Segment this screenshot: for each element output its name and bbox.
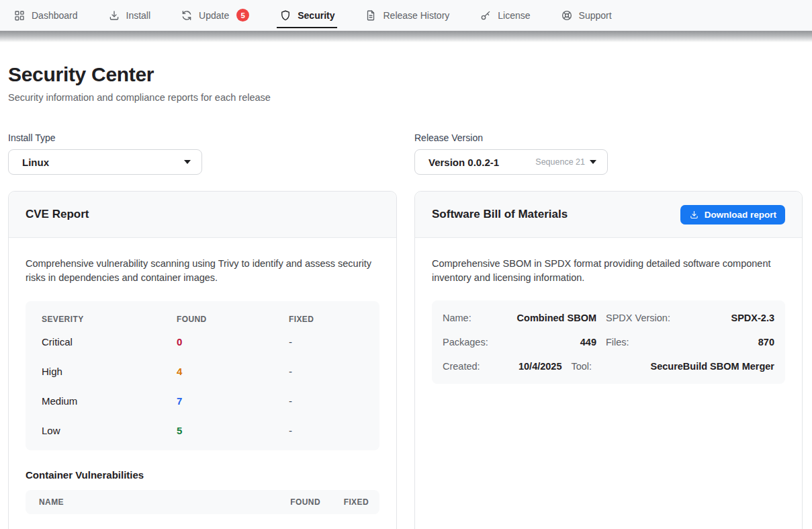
key-icon xyxy=(480,9,492,22)
install-type-filter: Install Type Linux xyxy=(8,132,397,175)
found-count: 0 xyxy=(177,336,289,348)
refresh-icon xyxy=(181,9,193,22)
lifebuoy-icon xyxy=(561,9,573,22)
release-sequence-label: Sequence 21 xyxy=(535,157,585,167)
sbom-detail-value: 870 xyxy=(685,337,774,348)
sbom-card-body: Comprehensive SBOM in SPDX format provid… xyxy=(415,238,802,384)
sbom-detail-value: 449 xyxy=(507,337,596,348)
release-version-filter: Release Version Version 0.0.2-1 Sequence… xyxy=(414,132,608,175)
sbom-details-table: Name: Combined SBOM SPDX Version: SPDX-2… xyxy=(432,300,785,384)
table-row-medium: Medium 7 - xyxy=(42,386,363,415)
found-count: 4 xyxy=(177,366,289,377)
fixed-column-header: Fixed xyxy=(289,315,363,324)
fixed-count: - xyxy=(289,366,363,377)
nav-tab-support[interactable]: Support xyxy=(558,0,615,30)
nav-tab-security[interactable]: Security xyxy=(277,0,337,30)
install-type-select[interactable]: Linux xyxy=(8,149,202,175)
found-count: 7 xyxy=(177,395,289,407)
security-center-page: Security Center Security information and… xyxy=(0,63,812,529)
top-navigation: Dashboard Install Update 5 Security Rele… xyxy=(0,0,812,31)
nav-label: Update xyxy=(199,10,229,21)
fixed-count: - xyxy=(289,425,363,436)
download-icon xyxy=(689,210,699,220)
nav-tab-dashboard[interactable]: Dashboard xyxy=(11,0,81,30)
sbom-detail-label: Created: xyxy=(443,361,498,372)
download-report-button[interactable]: Download report xyxy=(680,205,785,225)
nav-tab-update[interactable]: Update 5 xyxy=(178,0,252,30)
sbom-detail-value: Combined SBOM xyxy=(507,313,596,323)
severity-column-header: Severity xyxy=(42,315,177,324)
page-subtitle: Security information and compliance repo… xyxy=(8,92,803,103)
table-row-critical: Critical 0 - xyxy=(42,327,363,356)
sbom-card: Software Bill of Materials Download repo… xyxy=(414,191,803,529)
sbom-detail-value: SPDX-2.3 xyxy=(685,313,774,323)
sbom-description: Comprehensive SBOM in SPDX format provid… xyxy=(432,257,778,285)
nav-tab-release-history[interactable]: Release History xyxy=(362,0,452,30)
page-title: Security Center xyxy=(8,63,803,86)
sbom-detail-value: SecureBuild SBOM Merger xyxy=(650,361,774,372)
cve-card-body: Comprehensive vulnerability scanning usi… xyxy=(9,238,396,514)
nav-label: Release History xyxy=(383,10,449,21)
found-column-header: Found xyxy=(279,497,320,507)
release-version-label: Release Version xyxy=(414,132,608,143)
install-type-value: Linux xyxy=(22,157,184,168)
sbom-detail-label: Packages: xyxy=(443,337,498,348)
nav-label: License xyxy=(498,10,530,21)
sbom-detail-label: Name: xyxy=(443,313,498,323)
table-row: Created: 10/4/2025 Tool: SecureBuild SBO… xyxy=(443,354,774,378)
table-row: Packages: 449 Files: 870 xyxy=(443,330,774,354)
document-icon xyxy=(365,9,377,22)
release-version-select[interactable]: Version 0.0.2-1 Sequence 21 xyxy=(414,149,608,175)
name-column-header: Name xyxy=(39,497,279,507)
severity-label: Critical xyxy=(42,336,177,348)
sbom-card-header: Software Bill of Materials Download repo… xyxy=(415,192,802,238)
nav-tab-license[interactable]: License xyxy=(477,0,533,30)
sbom-card-title: Software Bill of Materials xyxy=(432,208,568,221)
container-vulnerabilities-title: Container Vulnerabilities xyxy=(26,469,379,481)
chevron-down-icon xyxy=(590,160,596,164)
found-column-header: Found xyxy=(177,315,289,324)
severity-label: High xyxy=(42,366,177,377)
nav-label: Install xyxy=(126,10,151,21)
update-count-badge: 5 xyxy=(236,9,249,22)
cve-card-title: CVE Report xyxy=(26,208,89,221)
chevron-down-icon xyxy=(184,160,191,164)
sbom-detail-value: 10/4/2025 xyxy=(507,361,561,372)
table-row-high: High 4 - xyxy=(42,356,363,386)
severity-label: Low xyxy=(42,425,177,436)
sbom-detail-label: SPDX Version: xyxy=(606,313,676,323)
install-type-label: Install Type xyxy=(8,132,397,143)
filters-row: Install Type Linux Release Version Versi… xyxy=(8,132,803,175)
dashboard-grid-icon xyxy=(13,9,26,22)
report-cards-row: CVE Report Comprehensive vulnerability s… xyxy=(8,191,803,529)
container-vulnerabilities-table-header: Name Found Fixed xyxy=(26,490,379,514)
sbom-detail-label: Files: xyxy=(606,337,676,348)
download-icon xyxy=(108,9,120,22)
cve-card-header: CVE Report xyxy=(9,192,396,238)
nav-label: Security xyxy=(298,10,334,21)
severity-table: Severity Found Fixed Critical 0 - High 4… xyxy=(26,301,379,450)
fixed-count: - xyxy=(289,395,363,407)
fixed-count: - xyxy=(289,336,363,348)
severity-label: Medium xyxy=(42,395,177,407)
release-version-value: Version 0.0.2-1 xyxy=(428,157,535,168)
fixed-column-header: Fixed xyxy=(342,497,369,507)
nav-label: Support xyxy=(579,10,612,21)
shield-icon xyxy=(279,9,291,22)
header-shadow-divider xyxy=(0,31,812,42)
cve-report-card: CVE Report Comprehensive vulnerability s… xyxy=(8,191,397,529)
severity-table-header: Severity Found Fixed xyxy=(42,315,363,327)
found-count: 5 xyxy=(177,425,289,436)
table-row-low: Low 5 - xyxy=(42,415,363,445)
download-report-label: Download report xyxy=(705,210,776,220)
table-row: Name: Combined SBOM SPDX Version: SPDX-2… xyxy=(443,306,774,330)
cve-description: Comprehensive vulnerability scanning usi… xyxy=(26,257,378,285)
nav-tab-install[interactable]: Install xyxy=(105,0,154,30)
nav-label: Dashboard xyxy=(32,10,78,21)
sbom-detail-label: Tool: xyxy=(571,361,641,372)
